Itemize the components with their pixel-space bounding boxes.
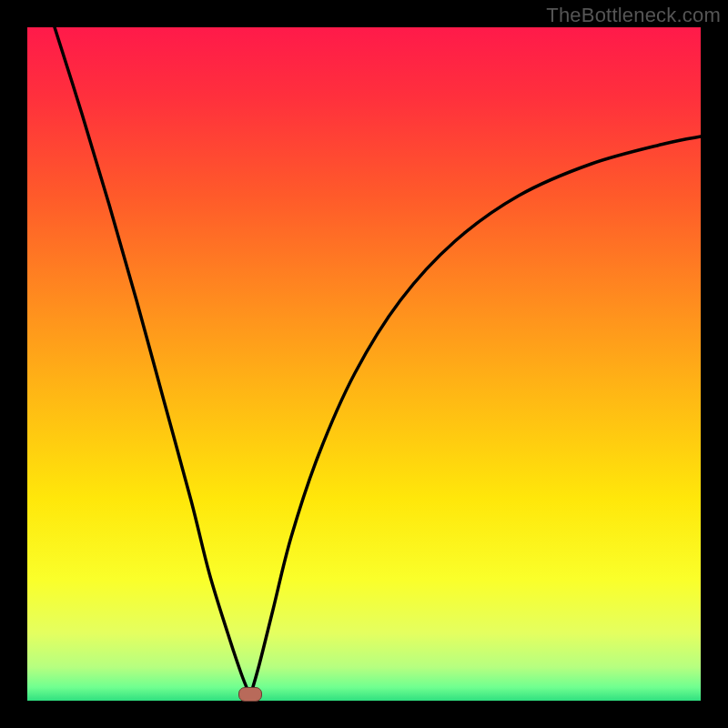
bottleneck-curve bbox=[27, 27, 701, 701]
minimum-marker bbox=[238, 687, 262, 702]
watermark-text: TheBottleneck.com bbox=[546, 4, 721, 27]
curve-left-branch bbox=[55, 27, 250, 696]
plot-area bbox=[27, 27, 701, 701]
curve-right-branch bbox=[250, 136, 701, 696]
outer-frame: TheBottleneck.com bbox=[0, 0, 728, 728]
